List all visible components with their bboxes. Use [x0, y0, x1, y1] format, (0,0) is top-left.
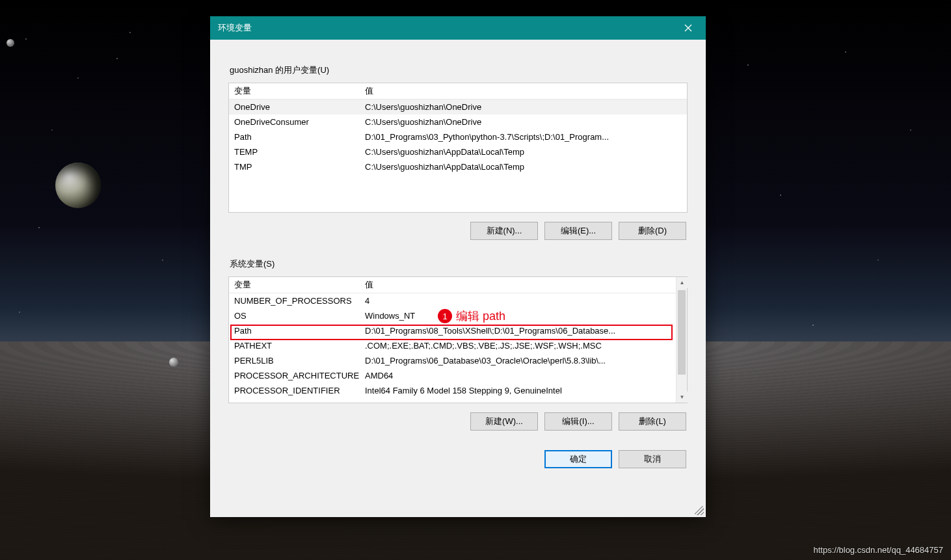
col-header-val[interactable]: 值 [362, 85, 687, 97]
annotation-badge: 1 [438, 309, 452, 323]
col-header-var[interactable]: 变量 [229, 279, 362, 291]
moon-icon [7, 39, 14, 47]
table-row[interactable]: PERL5LIBD:\01_Programs\06_Database\03_Or… [229, 353, 687, 368]
user-vars-label: guoshizhan 的用户变量(U) [230, 64, 688, 76]
window-title: 环境变量 [218, 22, 673, 34]
planet-icon [55, 163, 101, 208]
table-row[interactable]: PROCESSOR_IDENTIFIERIntel64 Family 6 Mod… [229, 383, 687, 398]
moon-icon [169, 358, 178, 367]
sys-vars-header: 变量 值 [229, 277, 687, 293]
cancel-button[interactable]: 取消 [619, 450, 686, 468]
user-vars-header: 变量 值 [229, 83, 687, 100]
sys-vars-label: 系统变量(S) [230, 258, 688, 270]
user-edit-button[interactable]: 编辑(E)... [544, 222, 612, 240]
user-vars-listbox[interactable]: 变量 值 OneDrive C:\Users\guoshizhan\OneDri… [228, 83, 688, 213]
titlebar[interactable]: 环境变量 [210, 16, 706, 40]
annotation-callout: 1 编辑 path [438, 308, 505, 324]
env-var-dialog: 环境变量 guoshizhan 的用户变量(U) 变量 值 OneDrive C… [210, 16, 706, 517]
table-row[interactable]: PathD:\01_Programs\08_Tools\XShell\;D:\0… [229, 323, 687, 338]
table-row[interactable]: OneDriveConsumer C:\Users\guoshizhan\One… [229, 114, 687, 129]
table-row[interactable]: PROCESSOR_ARCHITECTUREAMD64 [229, 368, 687, 383]
scrollbar[interactable]: ▲ ▼ [676, 277, 687, 403]
user-vars-buttons: 新建(N)... 编辑(E)... 删除(D) [228, 222, 686, 240]
scroll-thumb[interactable] [678, 290, 686, 375]
dialog-content: guoshizhan 的用户变量(U) 变量 值 OneDrive C:\Use… [210, 40, 706, 475]
scroll-up-icon[interactable]: ▲ [676, 277, 688, 288]
sys-vars-listbox[interactable]: 变量 值 NUMBER_OF_PROCESSORS4OSWindows_NTPa… [228, 276, 688, 403]
ok-button[interactable]: 确定 [544, 450, 612, 468]
sys-edit-button[interactable]: 编辑(I)... [544, 412, 612, 431]
col-header-var[interactable]: 变量 [229, 85, 362, 97]
sys-vars-buttons: 新建(W)... 编辑(I)... 删除(L) [228, 412, 686, 431]
dialog-buttons: 确定 取消 [228, 450, 686, 468]
sys-new-button[interactable]: 新建(W)... [470, 412, 538, 431]
sys-delete-button[interactable]: 删除(L) [619, 412, 686, 431]
table-row[interactable]: NUMBER_OF_PROCESSORS4 [229, 293, 687, 308]
scroll-down-icon[interactable]: ▼ [676, 392, 688, 403]
table-row[interactable]: PATHEXT.COM;.EXE;.BAT;.CMD;.VBS;.VBE;.JS… [229, 338, 687, 353]
user-delete-button[interactable]: 删除(D) [619, 222, 686, 240]
user-new-button[interactable]: 新建(N)... [470, 222, 538, 240]
close-button[interactable] [673, 19, 703, 37]
watermark: https://blog.csdn.net/qq_44684757 [814, 545, 944, 555]
col-header-val[interactable]: 值 [362, 279, 687, 291]
table-row[interactable]: TMP C:\Users\guoshizhan\AppData\Local\Te… [229, 159, 687, 174]
resize-grip-icon[interactable] [695, 506, 704, 515]
close-icon [684, 24, 692, 32]
annotation-text: 编辑 path [456, 308, 505, 324]
table-row[interactable]: Path D:\01_Programs\03_Python\python-3.7… [229, 129, 687, 144]
table-row[interactable]: TEMP C:\Users\guoshizhan\AppData\Local\T… [229, 144, 687, 159]
table-row[interactable]: OneDrive C:\Users\guoshizhan\OneDrive [229, 100, 687, 114]
